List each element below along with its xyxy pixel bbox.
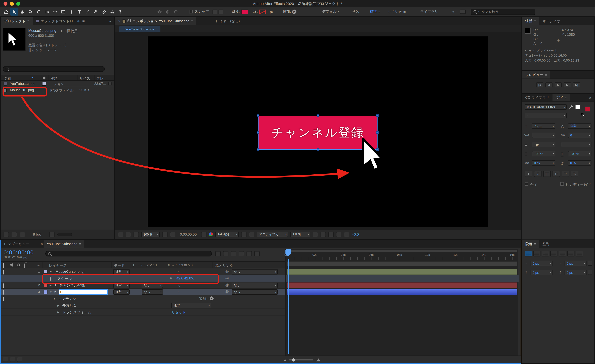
layer2-visibility-icon[interactable] [3, 283, 4, 288]
column-name-sort-icon[interactable]: ▼ [31, 77, 33, 79]
transform-disclosure-icon[interactable]: ▶ [57, 311, 59, 314]
workspace-standard-menu-icon[interactable]: ≡ [378, 10, 380, 14]
transform-reset-link[interactable]: リセット [171, 310, 186, 315]
home-tool[interactable] [2, 8, 10, 16]
timeline-timecode[interactable]: 0:00:00:00 [4, 249, 34, 256]
add-property-button[interactable]: ▶ [210, 296, 213, 300]
scale-value[interactable]: 42.0,42.0% [176, 276, 194, 280]
layer2-parent-select[interactable]: なし [232, 283, 278, 288]
add-property-label[interactable]: 追加: [199, 296, 207, 301]
zoom-tool[interactable] [27, 8, 35, 16]
shape-tool[interactable] [59, 8, 67, 16]
graph-editor-icon[interactable] [254, 251, 260, 256]
tab-youtube-subscribe[interactable]: YouTube Subscribe≡ [43, 240, 84, 248]
indent-right-field[interactable]: 0 px [565, 261, 587, 266]
timeline-graph-area[interactable]: 00s 02s 04s 06s 08s 10s 12s 14s 16s I I … [285, 249, 518, 356]
delete-item-icon[interactable] [50, 232, 55, 237]
character-tab-overflow[interactable]: » [586, 94, 594, 101]
paragraph-menu-icon[interactable]: ≡ [534, 242, 536, 246]
rectangle-blend-select[interactable]: 通常 [171, 303, 211, 308]
show-channels-icon[interactable] [209, 232, 213, 236]
layer3-trkmat-select[interactable]: なし [142, 289, 163, 295]
pan-behind-tool[interactable] [51, 8, 59, 16]
faux-italic-button[interactable]: T [534, 171, 542, 177]
snap-option-icon-2[interactable] [219, 9, 223, 14]
layer1-pickwhip-icon[interactable]: @ [225, 269, 229, 274]
zoom-out-mountain-icon[interactable] [283, 358, 287, 362]
contents-label[interactable]: コンテンツ [58, 296, 76, 301]
timeline-search-field[interactable] [45, 251, 212, 256]
roto-brush-tool[interactable] [108, 8, 116, 16]
transform-label[interactable]: トランスフォーム [62, 310, 91, 315]
scale-link-icon[interactable]: ∞ [170, 276, 172, 280]
layer2-quality-icon[interactable]: ＼ [177, 283, 180, 288]
always-preview-icon[interactable] [118, 232, 123, 237]
type-tool[interactable] [75, 8, 84, 16]
timeline-navigator-bar[interactable] [288, 250, 517, 252]
play-button[interactable]: ▶ [555, 82, 562, 87]
transparency-grid-icon[interactable] [249, 232, 255, 237]
snapshot-icon[interactable] [201, 232, 207, 237]
align-left-button[interactable] [525, 251, 532, 256]
column-type[interactable]: 種類 [50, 76, 57, 81]
footage-thumbnail[interactable] [3, 28, 26, 51]
stroke-label[interactable]: 線: [253, 9, 258, 14]
tracking-select[interactable]: 0 [568, 133, 591, 138]
stroke-width-value[interactable]: - px [268, 10, 273, 14]
layer-row-3[interactable]: 3 ▼ ★ Bu 通常 なし ＼ @ なし [1, 289, 285, 295]
character-menu-icon[interactable]: ≡ [565, 96, 567, 99]
frame-blending-icon[interactable] [239, 251, 244, 256]
item-name[interactable]: YouTube...cribe [10, 82, 35, 86]
align-right-button[interactable] [542, 251, 549, 256]
new-folder-icon[interactable] [12, 232, 17, 237]
timeline-jump-icon[interactable] [328, 232, 334, 237]
layer-row-1[interactable]: 1 ▼ [MouseCursor.png] 通常 ＼ @ なし [1, 268, 285, 275]
magnification-icon[interactable] [134, 232, 139, 237]
layer3-pickwhip-icon[interactable]: @ [225, 290, 229, 294]
stroke-color-swatch[interactable] [259, 9, 265, 14]
timeline-zoom-slider-handle[interactable] [292, 358, 295, 362]
comp-panel-menu-icon[interactable]: ≡ [191, 19, 193, 23]
layer1-quality-icon[interactable]: ＼ [177, 269, 180, 274]
tab-info[interactable]: 情報≡ [522, 17, 539, 25]
horizontal-scale-select[interactable]: 100 % [568, 151, 591, 156]
breadcrumb-comp-tab[interactable]: YouTube Subscribe [119, 26, 160, 32]
layer3-label-chip[interactable] [43, 290, 48, 294]
eraser-tool[interactable] [100, 8, 108, 16]
selection-tool[interactable] [10, 8, 18, 16]
motion-blur-icon[interactable] [247, 251, 252, 256]
work-area-bar[interactable] [287, 261, 517, 266]
tab-character[interactable]: 文字≡ [553, 94, 570, 101]
align-center-button[interactable] [533, 251, 540, 256]
composition-mini-flowchart-icon[interactable] [215, 251, 221, 256]
all-caps-button[interactable]: TT [543, 171, 551, 177]
selection-handle[interactable] [376, 131, 379, 134]
resolution-select[interactable]: 1/4 画質 [215, 232, 239, 237]
selection-handle[interactable] [257, 148, 259, 151]
pixel-aspect-icon[interactable] [313, 232, 318, 237]
next-frame-button[interactable]: ▶ [564, 82, 571, 87]
new-composition-icon[interactable] [20, 232, 25, 237]
small-caps-button[interactable]: Tт [552, 171, 560, 177]
fast-previews-icon[interactable] [321, 232, 326, 237]
justify-all-button[interactable] [576, 251, 583, 256]
expand-layer-switches-icon[interactable] [3, 357, 8, 362]
project-bpc[interactable]: 8 bpc [33, 232, 42, 236]
layer3-visibility-icon[interactable] [3, 290, 4, 295]
tab-align[interactable]: 整列 [539, 240, 553, 248]
fill-color-chip[interactable] [575, 104, 581, 110]
layer1-disclosure-icon[interactable]: ▼ [50, 271, 52, 273]
rectangle-label[interactable]: 長方形 1 [62, 303, 76, 308]
font-family-select[interactable]: A-OTF UD新ゴ Pr6N [525, 104, 567, 110]
layer1-visibility-icon[interactable] [3, 270, 4, 275]
layer-row-2[interactable]: 2 ▶ T チャンネル登録 通常 なし ＼ @ なし [1, 282, 285, 289]
tab-render-queue[interactable]: レンダーキュー [1, 240, 32, 248]
exposure-value[interactable]: +0.0 [352, 232, 359, 236]
expand-in-out-icon[interactable] [17, 357, 22, 362]
info-menu-icon[interactable]: ≡ [534, 19, 536, 23]
hindi-digits-checkbox[interactable] [560, 182, 564, 186]
reset-exposure-icon[interactable] [344, 232, 349, 237]
column-name[interactable]: 名前 [4, 76, 11, 81]
space-after-field[interactable]: 0 px [565, 270, 587, 275]
first-frame-button[interactable]: |◀ [536, 82, 543, 87]
